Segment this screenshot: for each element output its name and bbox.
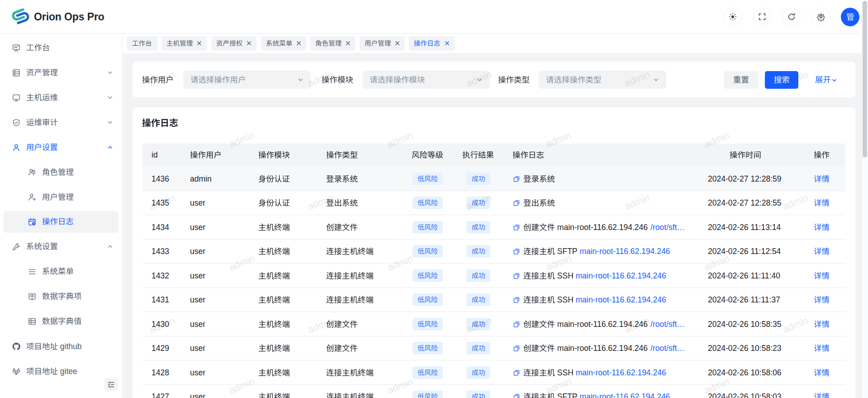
svg-text:user: user <box>190 344 205 353</box>
svg-text:2024-02-26 10:58:35: 2024-02-26 10:58:35 <box>708 320 782 329</box>
svg-text:admin: admin <box>190 174 212 183</box>
svg-text:2024-02-27 12:28:55: 2024-02-27 12:28:55 <box>708 199 782 208</box>
svg-text:main-root-116.62.194.246: main-root-116.62.194.246 <box>555 223 648 232</box>
svg-text:1436: 1436 <box>152 174 169 183</box>
svg-text:2024-02-26 10:58:23: 2024-02-26 10:58:23 <box>708 344 782 353</box>
svg-text:/root/sft…: /root/sft… <box>648 223 685 232</box>
svg-text:2024-02-26 11:13:14: 2024-02-26 11:13:14 <box>708 223 781 232</box>
svg-text:1430: 1430 <box>152 320 169 329</box>
svg-text:user: user <box>190 393 205 398</box>
svg-text:2024-02-26 11:11:37: 2024-02-26 11:11:37 <box>708 296 780 305</box>
svg-text:1432: 1432 <box>152 271 169 280</box>
svg-text:2024-02-26 11:11:40: 2024-02-26 11:11:40 <box>708 271 780 280</box>
svg-text:main-root-116.62.194.246: main-root-116.62.194.246 <box>579 247 670 256</box>
svg-text:main-root-116.62.194.246: main-root-116.62.194.246 <box>555 344 648 353</box>
svg-text:user: user <box>190 296 205 305</box>
svg-text:gitee: gitee <box>58 367 77 376</box>
svg-text:1431: 1431 <box>152 296 169 305</box>
svg-text:2024-02-27 12:28:59: 2024-02-27 12:28:59 <box>708 174 782 183</box>
svg-text:user: user <box>190 320 205 329</box>
svg-text:2024-02-26 10:58:06: 2024-02-26 10:58:06 <box>708 368 782 377</box>
svg-text:github: github <box>58 342 82 351</box>
svg-text:1434: 1434 <box>152 223 169 232</box>
svg-text:Orion Ops Pro: Orion Ops Pro <box>34 11 104 23</box>
svg-text:SFTP: SFTP <box>555 247 579 256</box>
svg-text:main-root-116.62.194.246: main-root-116.62.194.246 <box>576 296 666 305</box>
svg-text:1435: 1435 <box>152 199 169 208</box>
svg-text:SFTP: SFTP <box>555 393 579 398</box>
svg-text:user: user <box>190 368 205 377</box>
svg-text:user: user <box>190 247 205 256</box>
svg-text:main-root-116.62.194.246: main-root-116.62.194.246 <box>576 368 666 377</box>
svg-text:2024-02-26 10:58:03: 2024-02-26 10:58:03 <box>708 393 782 398</box>
svg-text:main-root-116.62.194.246: main-root-116.62.194.246 <box>576 271 666 280</box>
svg-text:id: id <box>152 151 158 160</box>
svg-text:main-root-116.62.194.246: main-root-116.62.194.246 <box>555 320 648 329</box>
svg-text:user: user <box>190 271 205 280</box>
svg-text:SSH: SSH <box>555 271 576 280</box>
svg-text:user: user <box>190 199 205 208</box>
svg-text:2024-02-26 11:12:54: 2024-02-26 11:12:54 <box>708 247 781 256</box>
svg-text:SSH: SSH <box>555 368 576 377</box>
svg-text:1429: 1429 <box>152 344 169 353</box>
svg-text:user: user <box>190 223 205 232</box>
svg-text:1427: 1427 <box>152 393 169 398</box>
svg-text:SSH: SSH <box>555 296 576 305</box>
svg-text:/root/sft…: /root/sft… <box>648 344 685 353</box>
svg-text:1428: 1428 <box>152 368 169 377</box>
svg-text:1433: 1433 <box>152 247 169 256</box>
svg-text:/root/sft…: /root/sft… <box>648 320 685 329</box>
svg-text:main-root-116.62.194.246: main-root-116.62.194.246 <box>579 393 670 398</box>
